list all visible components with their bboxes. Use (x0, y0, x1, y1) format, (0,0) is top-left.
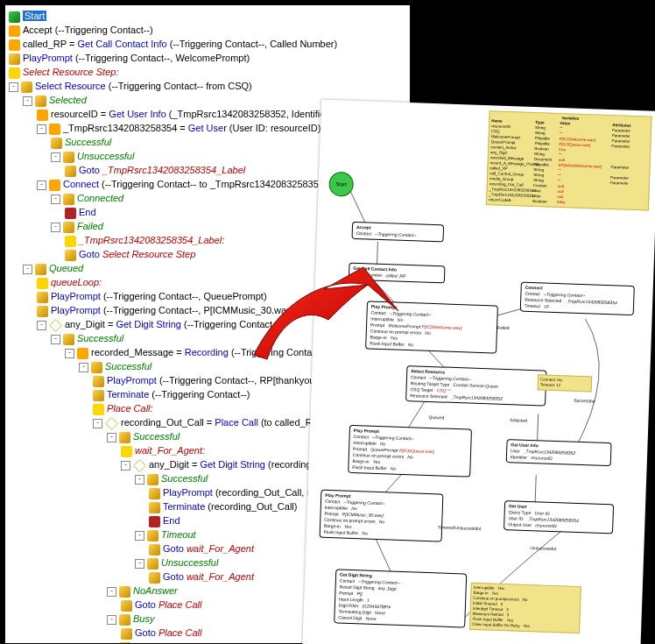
waitagent-label[interactable]: wait_For_Agent: (135, 445, 205, 456)
collapse-icon[interactable]: - (51, 335, 60, 344)
node-playprompt-music[interactable]: Play PromptContact --Triggering Contact-… (320, 490, 444, 542)
node-connect[interactable]: ConnectContact --Triggering Contact--Res… (520, 282, 635, 316)
node-playprompt-welcome[interactable]: Play PromptContact --Triggering Contact-… (365, 301, 498, 353)
collapse-icon[interactable]: - (51, 223, 60, 232)
arrow-icon (63, 194, 74, 205)
branch-failed[interactable]: Failed (77, 221, 103, 231)
collapse-icon[interactable]: - (37, 124, 46, 134)
label-icon (9, 67, 20, 79)
arrow-icon (121, 628, 132, 640)
node-end[interactable]: End (79, 207, 96, 217)
queueloop-label[interactable]: queueLoop: (51, 277, 102, 287)
goto-selres[interactable]: Select Resource Step (100, 249, 195, 259)
branch-unsuccessful[interactable]: Unsuccessful (77, 151, 134, 161)
edge-selected: Selected (510, 417, 527, 423)
play-thankyou[interactable]: (--Triggering Contact--, RP[thankyou.wa (157, 375, 330, 386)
branch-selected[interactable]: Selected (49, 95, 87, 105)
edge-failed: Failed (497, 325, 510, 330)
arrow-icon (91, 362, 102, 373)
node-get-user-info[interactable]: Get User InfoUser _TmpRsrc1342083258352I… (506, 439, 612, 466)
terminate-contact[interactable]: (--Triggering Contact--) (149, 389, 250, 400)
arrow-icon (149, 488, 160, 499)
collapse-icon[interactable]: - (121, 461, 130, 471)
arrow-icon (37, 292, 48, 303)
placecall-label[interactable]: Place Call: (107, 403, 153, 414)
goto-waitagent[interactable]: wait_For_Agent (184, 543, 254, 554)
terminate-outcall[interactable]: (recording_Out_Call) (205, 501, 297, 512)
arrow-icon (21, 81, 32, 93)
arrow-icon (37, 306, 48, 317)
connector-icon (77, 348, 88, 359)
arrow-icon (35, 96, 46, 107)
node-selres-label[interactable]: Select Resource Step: (9, 65, 406, 79)
label-icon (93, 404, 104, 415)
branch-invalid[interactable]: Invalid (133, 641, 161, 643)
connector-icon (49, 180, 60, 191)
arrow-icon (119, 642, 130, 643)
goto-placecall[interactable]: Place Call (156, 599, 202, 610)
node-accept[interactable]: Accept (--Triggering Contact--) (9, 23, 406, 37)
node-accept[interactable]: AcceptContact --Triggering Contact-- (352, 222, 445, 243)
branch-successful[interactable]: Successful (65, 137, 111, 147)
connector-icon (37, 110, 48, 121)
collapse-icon[interactable]: - (135, 475, 144, 485)
connector-icon (9, 25, 20, 37)
branch-noanswer[interactable]: NoAnswer (133, 585, 178, 596)
arrow-icon (147, 558, 158, 570)
arrow-icon (119, 586, 130, 598)
flow-diagram[interactable]: Start VariablesNameTypeValueAttributesre… (302, 99, 655, 644)
collapse-icon[interactable]: - (23, 96, 32, 106)
collapse-icon[interactable]: - (51, 152, 60, 162)
edge-queued: Queued (428, 414, 444, 421)
collapse-icon[interactable]: - (107, 433, 116, 442)
end-icon (149, 516, 160, 527)
triangle-icon (9, 11, 20, 23)
node-select-resource[interactable]: Select ResourceContact --Triggering Cont… (405, 365, 546, 407)
label-icon (37, 278, 48, 289)
arrow-icon (149, 572, 160, 584)
variables-panel[interactable]: VariablesNameTypeValueAttributesresource… (486, 110, 652, 210)
node-play-welcome[interactable]: PlayPrompt (--Triggering Contact--, Welc… (9, 51, 406, 65)
collapse-icon[interactable]: - (37, 321, 46, 330)
collapse-icon[interactable]: - (23, 265, 32, 274)
connector-icon (9, 39, 20, 51)
tmp-label[interactable]: _TmpRsrc1342083258354_Label: (79, 235, 224, 245)
collapse-icon[interactable]: - (107, 587, 116, 597)
branch-connected[interactable]: Connected (77, 193, 123, 203)
arrow-icon (93, 390, 104, 401)
diamond-icon (49, 319, 62, 332)
get-digit-extra: Interruptible YesBarge-in YesContinue on… (469, 583, 581, 633)
goto-tmp-label[interactable]: _TmpRsrc1342083258354_Label (100, 165, 245, 175)
diamond-icon (133, 459, 146, 472)
connect-timeout-note: Connect: NoTimeout: 12 (538, 374, 593, 392)
arrow-icon (147, 474, 158, 485)
collapse-icon[interactable]: - (37, 180, 46, 190)
collapse-icon[interactable]: - (79, 363, 88, 372)
arrow-icon (63, 222, 74, 233)
node-playprompt-queue[interactable]: Play PromptContact --Triggering Contact-… (348, 425, 472, 478)
node-called-rp[interactable]: called_RP = Get Call Contact Info (--Tri… (9, 37, 406, 51)
collapse-icon[interactable]: - (107, 615, 116, 625)
collapse-icon[interactable]: - (135, 531, 144, 541)
node-get-digit-string[interactable]: Get Digit StringContact --Triggering Con… (334, 569, 467, 627)
collapse-icon[interactable]: - (9, 82, 18, 92)
edge-unsuccessful: Unsuccessful (530, 545, 556, 551)
node-selres[interactable]: -Select Resource (--Triggering Contact--… (9, 79, 406, 93)
branch-busy[interactable]: Busy (133, 613, 154, 624)
collapse-icon[interactable]: - (135, 559, 144, 569)
collapse-icon[interactable]: - (65, 349, 74, 358)
arrow-icon (147, 530, 158, 541)
label-icon (65, 236, 76, 247)
node-start[interactable]: Start (9, 9, 406, 23)
node-gcci[interactable]: Get Call Contact InfoCalled Number calle… (349, 263, 446, 284)
branch-timeout[interactable]: Timeout (161, 529, 196, 540)
arrow-icon (65, 166, 76, 177)
collapse-icon[interactable]: - (51, 195, 60, 204)
play-queueprompt[interactable]: (--Triggering Contact--, QueuePrompt) (101, 291, 267, 301)
node-get-user[interactable]: Get UserQuery Type User IDUser ID _TmpRs… (504, 500, 614, 534)
diamond-icon (105, 417, 118, 430)
arrow-icon (9, 53, 20, 65)
play-icmmusic[interactable]: (--Triggering Contact--, P[ICMMusic_30.w… (101, 305, 298, 315)
collapse-icon[interactable]: - (93, 419, 102, 428)
branch-queued[interactable]: Queued (49, 263, 83, 273)
